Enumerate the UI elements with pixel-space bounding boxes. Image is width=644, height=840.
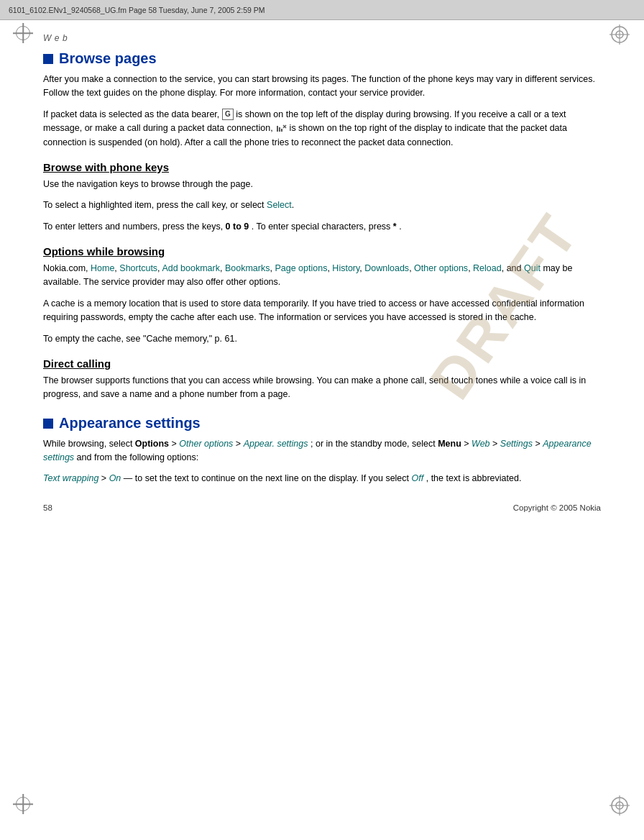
appearance-settings-title: Appearance settings [59, 415, 201, 432]
header-bar: 6101_6102.ENv1_9240568_UG.fm Page 58 Tue… [0, 0, 644, 20]
options-browsing-para3: To empty the cache, see "Cache memory," … [43, 332, 601, 346]
para3-start: To enter letters and numbers, press the … [43, 222, 223, 232]
reload-link[interactable]: Reload [473, 263, 502, 273]
para2-start: To select a highlighted item, press the … [43, 200, 264, 210]
text-wrapping-para: Text wrapping > On — to set the text to … [43, 472, 601, 485]
phone-signal-icon [275, 123, 287, 134]
gt-wrap: > [101, 473, 109, 483]
while-browsing: While browsing, select [43, 439, 135, 449]
off-link[interactable]: Off [412, 473, 424, 483]
header-text: 6101_6102.ENv1_9240568_UG.fm Page 58 Tue… [9, 6, 264, 14]
wrap-mid: — to set the text to continue on the nex… [124, 473, 409, 483]
corner-decoration-br [608, 794, 631, 817]
gt5: > [535, 439, 543, 449]
nokia-com-text: Nokia.com, [43, 263, 91, 273]
select-link[interactable]: Select [267, 200, 292, 210]
wrap-end: , the text is abbreviated. [426, 473, 522, 483]
para3-end: . [399, 222, 401, 232]
corner-decoration-bl [13, 794, 36, 817]
appearance-settings-heading: Appearance settings [43, 415, 601, 432]
para2-start: If packet data is selected as the data b… [43, 109, 219, 119]
browse-pages-para2: If packet data is selected as the data b… [43, 108, 601, 150]
options-bold: Options [135, 439, 169, 449]
blue-square-icon-2 [43, 419, 53, 429]
web-link[interactable]: Web [472, 439, 489, 449]
settings-link[interactable]: Settings [500, 439, 533, 449]
content-area: W e b Browse pages After you make a conn… [0, 20, 644, 541]
options-browsing-para1: Nokia.com, Home, Shortcuts, Add bookmark… [43, 262, 601, 290]
browse-pages-heading: Browse pages [43, 50, 601, 67]
browse-pages-title: Browse pages [59, 50, 157, 67]
copyright: Copyright © 2005 Nokia [513, 503, 601, 512]
menu-bold: Menu [438, 439, 461, 449]
browse-phone-keys-para2: To select a highlighted item, press the … [43, 198, 601, 212]
browse-phone-keys-para3: To enter letters and numbers, press the … [43, 220, 601, 234]
quit-link[interactable]: Quit [524, 263, 540, 273]
footer: 58 Copyright © 2005 Nokia [43, 501, 601, 512]
direct-calling-heading: Direct calling [43, 357, 601, 370]
and-text: and [507, 263, 524, 273]
svg-rect-8 [277, 126, 278, 132]
text-wrapping-link[interactable]: Text wrapping [43, 473, 98, 483]
appearance-settings-para1: While browsing, select Options > Other o… [43, 437, 601, 465]
gt1: > [172, 439, 180, 449]
para3-bold: 0 to 9 [226, 222, 249, 232]
svg-rect-10 [281, 129, 282, 132]
section-label: W e b [43, 33, 601, 43]
page-options-link[interactable]: Page options [275, 263, 327, 273]
gt2: > [236, 439, 244, 449]
shortcuts-link[interactable]: Shortcuts [119, 263, 157, 273]
on-link[interactable]: On [109, 473, 121, 483]
browse-phone-keys-para1: Use the navigation keys to browse throug… [43, 178, 601, 191]
page-number: 58 [43, 503, 52, 512]
end-text: and from the following options: [77, 452, 199, 462]
direct-calling-para1: The browser supports functions that you … [43, 374, 601, 402]
para3-mid: . To enter special characters, press [252, 222, 391, 232]
history-link[interactable]: History [332, 263, 359, 273]
other-options-link[interactable]: Other options [414, 263, 468, 273]
para3-bold2: * [393, 222, 397, 232]
gt3: > [464, 439, 472, 449]
corner-decoration-tr [608, 23, 631, 46]
options-browsing-para2: A cache is a memory location that is use… [43, 297, 601, 325]
browse-phone-keys-heading: Browse with phone keys [43, 161, 601, 173]
home-link[interactable]: Home [91, 263, 114, 273]
blue-square-icon [43, 54, 53, 64]
mid-text: ; or in the standby mode, select [310, 439, 438, 449]
other-options-link2[interactable]: Other options [179, 439, 233, 449]
para2-end: . [292, 200, 294, 210]
add-bookmark-link[interactable]: Add bookmark [162, 263, 220, 273]
options-browsing-heading: Options while browsing [43, 245, 601, 257]
g-icon: G [222, 109, 234, 120]
downloads-link[interactable]: Downloads [364, 263, 409, 273]
corner-decoration-tl [13, 23, 36, 46]
page-container: 6101_6102.ENv1_9240568_UG.fm Page 58 Tue… [0, 0, 644, 840]
bookmarks-link[interactable]: Bookmarks [225, 263, 270, 273]
appear-settings-link[interactable]: Appear. settings [244, 439, 308, 449]
gt4: > [492, 439, 500, 449]
svg-rect-9 [279, 127, 280, 132]
browse-pages-para1: After you make a connection to the servi… [43, 73, 601, 101]
